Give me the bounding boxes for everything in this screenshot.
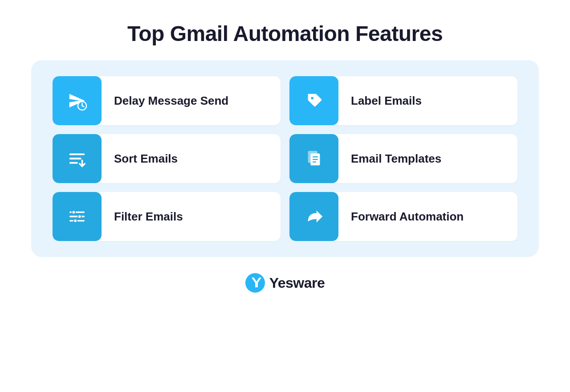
feature-card-forward-automation: Forward Automation (289, 192, 517, 241)
filter-icon (53, 192, 102, 241)
sort-emails-label: Sort Emails (102, 152, 281, 166)
svg-point-14 (72, 211, 76, 214)
forward-automation-label: Forward Automation (338, 210, 517, 224)
template-icon (289, 134, 338, 183)
label-emails-label: Label Emails (338, 94, 517, 108)
feature-card-delay-message-send: Delay Message Send (53, 76, 281, 125)
feature-card-sort-emails: Sort Emails (53, 134, 281, 183)
email-templates-label: Email Templates (338, 152, 517, 166)
delay-message-send-label: Delay Message Send (102, 94, 281, 108)
delay-send-icon (53, 76, 102, 125)
filter-emails-label: Filter Emails (102, 210, 281, 224)
feature-card-label-emails: Label Emails (289, 76, 517, 125)
brand-name: Yesware (269, 275, 325, 291)
feature-card-filter-emails: Filter Emails (53, 192, 281, 241)
svg-point-16 (78, 215, 81, 218)
sort-icon (53, 134, 102, 183)
page-title: Top Gmail Automation Features (127, 21, 443, 46)
svg-point-18 (73, 219, 77, 223)
brand-footer: Yesware (245, 273, 325, 293)
features-grid: Delay Message Send Label Emails Sort Ema… (31, 60, 539, 257)
forward-icon (289, 192, 338, 241)
feature-card-email-templates: Email Templates (289, 134, 517, 183)
label-icon (289, 76, 338, 125)
yesware-logo-icon (245, 273, 265, 293)
svg-point-3 (311, 97, 314, 99)
